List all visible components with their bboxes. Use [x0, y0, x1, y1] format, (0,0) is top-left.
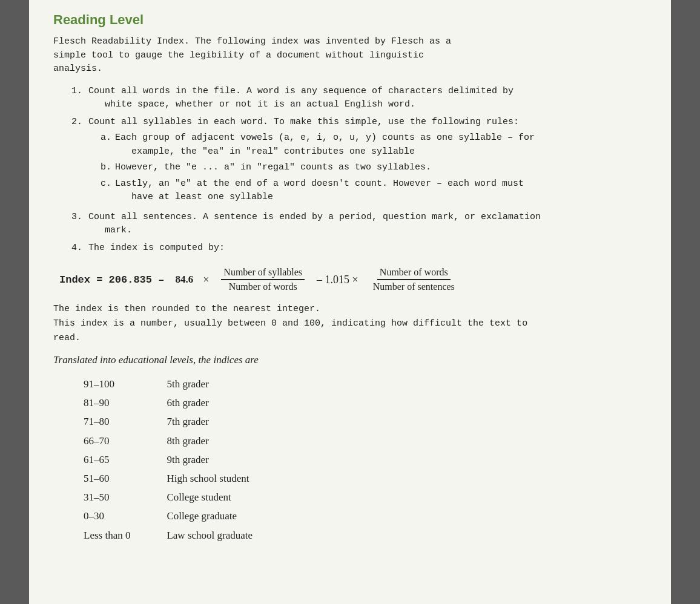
step-1: 1. Count all words in the file. A word i… [71, 85, 647, 112]
sub-steps-list: a. Each group of adjacent vowels (a, e, … [101, 131, 647, 205]
table-row: 51–60High school student [84, 469, 289, 488]
levels-table: 91–1005th grader81–906th grader71–807th … [84, 375, 289, 545]
level-grade: 5th grader [167, 375, 289, 393]
sub-step-b: b. However, the "e ... a" in "regal" cou… [101, 161, 647, 175]
table-row: 31–50College student [84, 488, 289, 507]
step-4: 4. The index is computed by: [71, 241, 647, 255]
table-row: 91–1005th grader [84, 375, 289, 393]
level-grade: 9th grader [167, 450, 289, 469]
level-grade: Law school graduate [167, 526, 289, 545]
table-row: 61–659th grader [84, 450, 289, 469]
level-grade: High school student [167, 469, 289, 488]
step-3: 3. Count all sentences. A sentence is en… [71, 211, 647, 238]
translated-heading: Translated into educational levels, the … [53, 354, 647, 366]
formula-section: Index = 206.835 – 84.6 × Number of sylla… [53, 267, 647, 292]
sub-step-c: c. Lastly, an "e" at the end of a word d… [101, 177, 647, 205]
formula-fraction2: Number of words Number of sentences [371, 267, 457, 292]
level-range: 61–65 [84, 450, 167, 469]
page-title: Reading Level [53, 12, 647, 28]
level-range: 66–70 [84, 432, 167, 450]
level-range: Less than 0 [84, 526, 167, 545]
page-container: Reading Level Flesch Readability Index. … [29, 0, 671, 604]
level-grade: 7th grader [167, 412, 289, 431]
level-grade: 6th grader [167, 393, 289, 412]
formula-op2: – 1.015 × [317, 274, 358, 286]
fraction2-numerator: Number of words [377, 267, 451, 280]
level-grade: 8th grader [167, 432, 289, 450]
level-range: 0–30 [84, 507, 167, 525]
sub-step-a: a. Each group of adjacent vowels (a, e, … [101, 131, 647, 159]
formula-times1: × [203, 274, 209, 286]
post-formula-text: The index is then rounded to the nearest… [53, 302, 647, 346]
table-row: 66–708th grader [84, 432, 289, 450]
level-range: 51–60 [84, 469, 167, 488]
intro-text: Flesch Readability Index. The following … [53, 35, 647, 76]
level-range: 31–50 [84, 488, 167, 507]
table-row: 0–30College graduate [84, 507, 289, 525]
formula-fraction1: Number of syllables Number of words [221, 267, 305, 292]
table-row: Less than 0Law school graduate [84, 526, 289, 545]
table-row: 71–807th grader [84, 412, 289, 431]
level-grade: College student [167, 488, 289, 507]
level-range: 81–90 [84, 393, 167, 412]
table-row: 81–906th grader [84, 393, 289, 412]
formula-lhs: Index = 206.835 – [59, 274, 164, 286]
formula-expression: 84.6 × Number of syllables Number of wor… [175, 267, 459, 292]
level-range: 71–80 [84, 412, 167, 431]
level-grade: College graduate [167, 507, 289, 525]
fraction1-denominator: Number of words [226, 280, 300, 292]
formula-coef1: 84.6 [175, 274, 193, 286]
fraction2-denominator: Number of sentences [371, 280, 457, 292]
step-2: 2. Count all syllables in each word. To … [71, 116, 647, 207]
main-steps-list: 1. Count all words in the file. A word i… [71, 85, 647, 255]
fraction1-numerator: Number of syllables [221, 267, 305, 280]
level-range: 91–100 [84, 375, 167, 393]
